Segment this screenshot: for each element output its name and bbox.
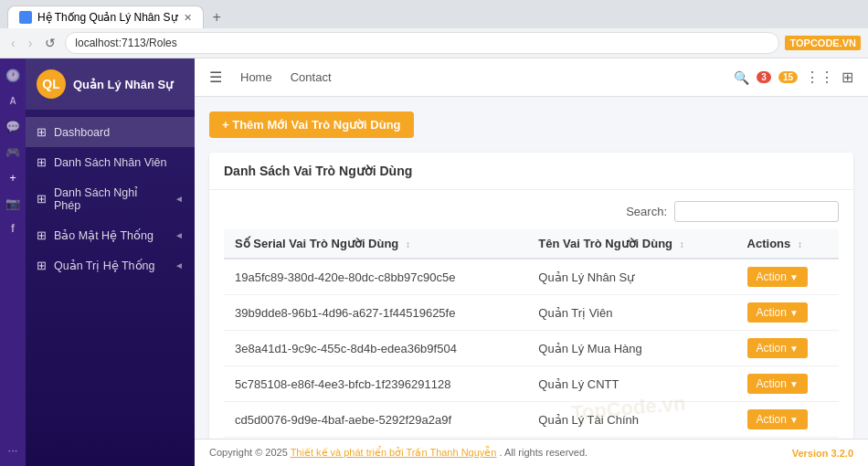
forward-button[interactable]: ›	[25, 34, 37, 52]
back-button[interactable]: ‹	[7, 34, 19, 52]
sidebar-item-security-label: Bảo Mật Hệ Thống	[54, 228, 167, 242]
footer-copyright: Copyright © 2025 Thiết kế và phát triển …	[209, 447, 587, 459]
col-actions: Actions ↕	[736, 229, 839, 259]
message-badge: 15	[778, 71, 798, 83]
tab-favicon	[19, 11, 32, 24]
action-button-1[interactable]: Action ▼	[747, 302, 808, 323]
sidebar-logo-icon: QL	[37, 69, 66, 99]
roles-table: Số Serial Vai Trò Người Dùng ↕ Tên Vai T…	[224, 229, 839, 439]
address-bar: ‹ › ↺ TOPCODE.VN	[0, 28, 868, 58]
tab-title: Hệ Thống Quản Lý Nhân Sự	[37, 11, 178, 24]
left-icon-game[interactable]: 🎮	[4, 143, 22, 161]
table-header: Số Serial Vai Trò Người Dùng ↕ Tên Vai T…	[224, 229, 839, 259]
table-row: cd5d0076-9d9e-4baf-aebe-5292f29a2a9f Quả…	[224, 402, 839, 438]
footer-link[interactable]: Thiết kế và phát triển bởi Trần Thanh Ng…	[291, 447, 497, 458]
cell-name-0: Quản Lý Nhân Sự	[527, 259, 736, 295]
sidebar-item-admin[interactable]: ⊞ Quản Trị Hệ Thống ◄	[26, 250, 195, 281]
card-title: Danh Sách Vai Trò Người Dùng	[209, 153, 853, 190]
notification-badge: 3	[757, 71, 771, 83]
browser-icons: TOPCODE.VN	[785, 36, 861, 50]
tab-bar: Hệ Thống Quản Lý Nhân Sự ✕ +	[0, 0, 868, 28]
search-label: Search:	[626, 205, 667, 218]
action-arrow-icon-4: ▼	[789, 415, 799, 425]
grid-apps-icon[interactable]: ⊞	[842, 69, 853, 86]
top-nav-right: 🔍 3 15 ⋮⋮ ⊞	[734, 69, 853, 86]
employees-icon: ⊞	[37, 155, 47, 169]
col-name: Tên Vai Trò Người Dùng ↕	[527, 229, 736, 259]
table-row: 39b9dde8-96b1-4d96-a627-1f44519625fe Quả…	[224, 295, 839, 331]
left-icon-fb[interactable]: f	[4, 219, 22, 238]
left-icon-clock[interactable]: 🕐	[4, 66, 22, 84]
table-row: 19a5fc89-380d-420e-80dc-c8bb97c90c5e Quả…	[224, 259, 839, 295]
browser-chrome: Hệ Thống Quản Lý Nhân Sự ✕ + ‹ › ↺ TOPCO…	[0, 0, 868, 58]
action-arrow-icon-1: ▼	[789, 308, 799, 318]
sidebar-item-leave[interactable]: ⊞ Danh Sách Nghỉ Phép ◄	[26, 177, 195, 220]
sidebar-menu: ⊞ Dashboard ⊞ Danh Sách Nhân Viên ⊞ Danh…	[26, 110, 195, 466]
table-row: 3e8a41d1-9c9c-455c-8d4b-edea36b9f504 Quả…	[224, 331, 839, 366]
leave-icon: ⊞	[37, 192, 47, 206]
cell-name-1: Quản Trị Viên	[527, 295, 736, 331]
url-input[interactable]	[65, 32, 779, 54]
cell-serial-3: 5c785108-e86f-4ee3-bfcb-1f2396291128	[224, 366, 527, 402]
cell-action-0: Action ▼	[736, 259, 839, 295]
action-arrow-icon-3: ▼	[789, 379, 799, 389]
table-row: 5c785108-e86f-4ee3-bfcb-1f2396291128 Quả…	[224, 366, 839, 402]
more-options-icon[interactable]: ⋮⋮	[805, 69, 834, 86]
sidebar-item-leave-label: Danh Sách Nghỉ Phép	[54, 185, 167, 212]
left-icon-a[interactable]: A	[4, 91, 22, 110]
nav-link-contact[interactable]: Contact	[283, 70, 339, 84]
sidebar-item-employees[interactable]: ⊞ Danh Sách Nhân Viên	[26, 147, 195, 177]
cell-action-3: Action ▼	[736, 366, 839, 402]
active-tab[interactable]: Hệ Thống Quản Lý Nhân Sự ✕	[7, 5, 204, 28]
left-icon-camera[interactable]: 📷	[4, 194, 22, 212]
sidebar: QL Quản Lý Nhân Sự ⊞ Dashboard ⊞ Danh Sá…	[26, 58, 195, 466]
footer-version: Version 3.2.0	[792, 448, 853, 459]
sort-serial-icon[interactable]: ↕	[406, 239, 410, 249]
cell-name-2: Quản Lý Mua Hàng	[527, 331, 736, 366]
sidebar-item-admin-label: Quản Trị Hệ Thống	[54, 259, 167, 272]
security-arrow-icon: ◄	[175, 230, 184, 240]
cell-action-4: Action ▼	[736, 402, 839, 438]
new-tab-button[interactable]: +	[207, 9, 227, 26]
left-icon-chat[interactable]: 💬	[4, 117, 22, 135]
reload-button[interactable]: ↺	[41, 34, 59, 52]
search-input[interactable]	[674, 201, 839, 222]
action-button-3[interactable]: Action ▼	[747, 374, 808, 394]
cell-serial-1: 39b9dde8-96b1-4d96-a627-1f44519625fe	[224, 295, 527, 331]
cell-action-1: Action ▼	[736, 295, 839, 331]
top-nav-left: ☰ Home Contact	[209, 69, 339, 86]
cell-serial-4: cd5d0076-9d9e-4baf-aebe-5292f29a2a9f	[224, 402, 527, 438]
roles-card: Danh Sách Vai Trò Người Dùng Search: Số …	[209, 153, 853, 439]
footer: Copyright © 2025 Thiết kế và phát triển …	[195, 439, 868, 466]
left-icon-dots[interactable]: ···	[4, 440, 22, 459]
cell-serial-0: 19a5fc89-380d-420e-80dc-c8bb97c90c5e	[224, 259, 527, 295]
sort-actions-icon[interactable]: ↕	[798, 239, 802, 249]
sidebar-logo-text: Quản Lý Nhân Sự	[73, 78, 173, 91]
left-icon-add[interactable]: +	[4, 168, 22, 186]
sidebar-item-dashboard[interactable]: ⊞ Dashboard	[26, 117, 195, 147]
security-icon: ⊞	[37, 228, 47, 242]
sidebar-item-dashboard-label: Dashboard	[54, 126, 184, 139]
nav-link-home[interactable]: Home	[233, 70, 280, 84]
topcode-brand-icon: TOPCODE.VN	[785, 36, 861, 50]
admin-arrow-icon: ◄	[175, 260, 184, 270]
action-button-0[interactable]: Action ▼	[747, 267, 808, 287]
hamburger-icon[interactable]: ☰	[209, 69, 222, 86]
search-icon[interactable]: 🔍	[734, 70, 749, 85]
sidebar-logo: QL Quản Lý Nhân Sự	[26, 58, 195, 110]
add-role-button[interactable]: + Thêm Mới Vai Trò Người Dùng	[209, 111, 414, 138]
table-body: 19a5fc89-380d-420e-80dc-c8bb97c90c5e Quả…	[224, 259, 839, 439]
cell-action-2: Action ▼	[736, 331, 839, 366]
col-serial: Số Serial Vai Trò Người Dùng ↕	[224, 229, 527, 259]
sort-name-icon[interactable]: ↕	[680, 239, 684, 249]
card-body: Search: Số Serial Vai Trò Người Dùng ↕	[209, 190, 853, 439]
action-arrow-icon-0: ▼	[789, 272, 799, 282]
page-content: + Thêm Mới Vai Trò Người Dùng Danh Sách …	[195, 97, 868, 439]
cell-name-3: Quản Lý CNTT	[527, 366, 736, 402]
app-container: 🕐 A 💬 🎮 + 📷 f ··· QL Quản Lý Nhân Sự ⊞ D…	[0, 58, 868, 466]
action-button-2[interactable]: Action ▼	[747, 338, 808, 358]
action-button-4[interactable]: Action ▼	[747, 409, 808, 429]
table-controls: Search:	[224, 201, 839, 222]
tab-close-icon[interactable]: ✕	[184, 12, 192, 24]
sidebar-item-security[interactable]: ⊞ Bảo Mật Hệ Thống ◄	[26, 220, 195, 250]
